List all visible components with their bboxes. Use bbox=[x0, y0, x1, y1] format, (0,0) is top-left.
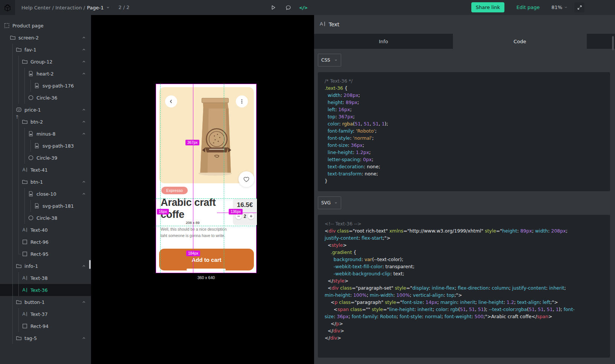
layer-row-text-40[interactable]: AText-40 bbox=[0, 224, 91, 236]
indent-guide bbox=[12, 200, 13, 212]
fullscreen-button[interactable] bbox=[574, 2, 585, 12]
product-photo-area[interactable] bbox=[159, 87, 254, 183]
layer-row-circle-39[interactable]: Circle-39 bbox=[0, 152, 91, 164]
chevron-up-icon[interactable] bbox=[81, 131, 87, 136]
layer-row-rect-95[interactable]: Rect-95 bbox=[0, 248, 91, 260]
layer-label: Circle-38 bbox=[36, 215, 58, 221]
chevron-up-icon[interactable] bbox=[81, 119, 87, 124]
zoom-level-value: 81% bbox=[551, 5, 562, 10]
indent-guide bbox=[24, 152, 25, 164]
layer-label: close-10 bbox=[36, 191, 56, 197]
layer-row-group-12[interactable]: Group-12 bbox=[0, 56, 91, 68]
rect-icon bbox=[22, 251, 28, 257]
layer-row-minus-8[interactable]: minus-8 bbox=[0, 128, 91, 140]
layer-row-close-10[interactable]: close-10 bbox=[0, 188, 91, 200]
layer-row-tag-5[interactable]: tag-5 bbox=[0, 332, 91, 344]
product-title[interactable]: Arabic craft coffe bbox=[161, 197, 228, 221]
layer-row-text-37[interactable]: AText-37 bbox=[0, 308, 91, 320]
chevron-up-icon[interactable] bbox=[81, 47, 87, 52]
chevron-up-icon[interactable] bbox=[81, 335, 87, 341]
tab-code[interactable]: Code bbox=[453, 34, 587, 49]
heart-icon bbox=[243, 175, 250, 183]
chevron-up-icon[interactable] bbox=[81, 299, 87, 305]
svg-file-icon bbox=[34, 83, 40, 89]
layer-row-rect-96[interactable]: Rect-96 bbox=[0, 236, 91, 248]
layer-label: Circle-39 bbox=[36, 155, 58, 161]
layer-row-button-1[interactable]: button-1 bbox=[0, 296, 91, 308]
chevron-up-icon[interactable] bbox=[81, 263, 87, 269]
code-line: text-transform: none; bbox=[325, 170, 606, 177]
text-icon: A bbox=[22, 227, 28, 233]
add-to-cart-button[interactable]: Add to cart bbox=[159, 249, 254, 270]
indent-guide bbox=[12, 260, 13, 272]
layer-row-circle-38[interactable]: Circle-38 bbox=[0, 212, 91, 224]
plus-icon bbox=[249, 214, 253, 218]
layer-label: fav-1 bbox=[24, 47, 36, 53]
measure-line-vertical bbox=[193, 84, 193, 273]
more-menu-button[interactable] bbox=[236, 95, 248, 107]
layer-row-rect-94[interactable]: Rect-94 bbox=[0, 320, 91, 332]
layer-row-product-page[interactable]: Product page bbox=[0, 20, 91, 32]
code-line: justify-content: flex-start;"> bbox=[325, 234, 606, 242]
back-button[interactable] bbox=[165, 95, 177, 107]
layer-row-btn-2[interactable]: btn-2 bbox=[0, 116, 91, 128]
code-icon[interactable]: </> bbox=[299, 4, 307, 11]
code-line: .gradient { bbox=[325, 249, 606, 256]
layer-row-price-1[interactable]: price-1 bbox=[0, 104, 91, 116]
breadcrumb[interactable]: Help Center / Interaction / Page-1 bbox=[21, 0, 110, 15]
svg-file-icon bbox=[34, 143, 40, 149]
layer-row-heart-2[interactable]: heart-2 bbox=[0, 68, 91, 80]
layer-row-text-36[interactable]: AText-36 bbox=[0, 284, 91, 296]
layer-label: heart-2 bbox=[36, 71, 54, 77]
layer-row-info-1[interactable]: info-1 bbox=[0, 260, 91, 272]
chevron-left-icon bbox=[169, 99, 174, 104]
favorite-button[interactable] bbox=[238, 171, 254, 187]
css-format-dropdown[interactable]: CSS bbox=[318, 54, 341, 66]
code-line: <div class="root rich-text" xmlns="http:… bbox=[325, 227, 606, 234]
edit-page-link[interactable]: Edit page bbox=[516, 5, 540, 10]
layer-row-text-41[interactable]: AText-41 bbox=[0, 164, 91, 176]
plus-button[interactable] bbox=[248, 213, 254, 219]
tab-info[interactable]: Info bbox=[314, 34, 453, 49]
circle-icon bbox=[28, 215, 34, 221]
layer-row-circle-36[interactable]: Circle-36 bbox=[0, 92, 91, 104]
app-logo-icon[interactable] bbox=[0, 0, 15, 15]
chevron-up-icon[interactable] bbox=[81, 107, 87, 112]
selected-element-type: Text bbox=[329, 21, 339, 27]
indent-guide bbox=[18, 128, 19, 140]
chevron-up-icon[interactable] bbox=[81, 179, 87, 184]
layer-label: svg-path-176 bbox=[43, 83, 74, 89]
product-page-frame[interactable]: Expresso Arabic craft coffe 208 x 89 16.… bbox=[156, 84, 257, 273]
svg-file-icon bbox=[28, 131, 34, 137]
chevron-up-icon[interactable] bbox=[81, 71, 87, 76]
layer-row-svg-path-181[interactable]: svg-path-181 bbox=[0, 200, 91, 212]
layer-row-svg-path-176[interactable]: svg-path-176 bbox=[0, 80, 91, 92]
sidebar-scrollbar[interactable] bbox=[89, 260, 91, 269]
layer-row-fav-1[interactable]: fav-1 bbox=[0, 44, 91, 56]
indent-guide bbox=[18, 68, 19, 80]
indent-guide bbox=[12, 284, 13, 296]
inspector-panel: A Text Info Code CSS /* Text-36 */.text-… bbox=[314, 15, 615, 364]
panel-scrollbar[interactable] bbox=[612, 36, 614, 50]
share-link-button[interactable]: Share link bbox=[471, 2, 504, 12]
layer-row-text-38[interactable]: AText-38 bbox=[0, 272, 91, 284]
indent-guide bbox=[12, 272, 13, 284]
chevron-up-icon[interactable] bbox=[81, 35, 87, 40]
chevron-down-icon bbox=[564, 5, 568, 9]
product-tag-badge[interactable]: Expresso bbox=[161, 187, 188, 194]
indent-guide bbox=[12, 92, 13, 104]
play-icon[interactable] bbox=[269, 4, 277, 11]
svg-format-dropdown[interactable]: SVG bbox=[318, 196, 341, 209]
measure-label-right: 136px bbox=[229, 209, 243, 214]
layer-row-btn-1[interactable]: btn-1 bbox=[0, 176, 91, 188]
zoom-level-dropdown[interactable]: 81% bbox=[551, 5, 568, 10]
indent-guide bbox=[24, 92, 25, 104]
layer-row-svg-path-183[interactable]: svg-path-183 bbox=[0, 140, 91, 152]
css-code-block: /* Text-36 */.text-36 { width: 208px; he… bbox=[318, 72, 610, 191]
comment-icon[interactable] bbox=[284, 4, 292, 11]
layer-label: info-1 bbox=[24, 263, 38, 269]
layer-row-screen-2[interactable]: screen-2 bbox=[0, 32, 91, 44]
indent-guide bbox=[18, 284, 19, 296]
chevron-up-icon[interactable] bbox=[81, 59, 87, 64]
chevron-up-icon[interactable] bbox=[81, 191, 87, 196]
